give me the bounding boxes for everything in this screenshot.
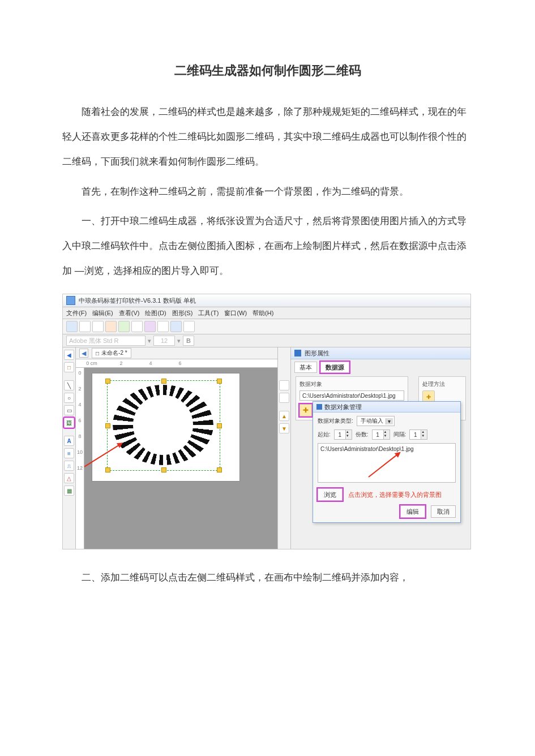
tab-datasource[interactable]: 数据源 [320,362,349,373]
tab-basic[interactable]: 基本 [294,362,317,373]
toolbar-button-2[interactable] [79,321,91,332]
dialog-body: 数据对象类型: 手动输入 ▾ 起始: 1 ▲▼ [313,413,460,486]
type-dropdown[interactable]: 手动输入 ▾ [357,416,395,426]
handle-tm[interactable] [161,379,166,384]
handle-tr[interactable] [217,379,222,384]
ruler-v-10: 10 [77,449,83,455]
bold-button[interactable]: B [183,336,194,346]
chevron-down-icon: ▾ [177,337,181,345]
count-label: 份数: [356,431,369,439]
panel-tabs: 基本 数据源 [291,359,470,373]
dialog-title: 数据对象管理 [324,403,362,411]
doc-tab-row: ◀ □ 未命名-2 * [76,347,277,359]
tool-pointer[interactable]: ◀ [64,350,74,360]
toolbar-button-7[interactable] [144,321,156,332]
font-name-input[interactable]: Adobe 黑体 Std R [66,336,145,346]
count-value: 1 [373,430,383,439]
menu-file[interactable]: 文件(F) [66,309,87,317]
dialog-titlebar[interactable]: 数据对象管理 [313,402,460,413]
app-screenshot: 中琅条码标签打印软件-V6.3.1 数码版 单机 文件(F) 编辑(E) 查看(… [62,294,471,549]
dialog-footer: 浏览 点击浏览，选择需要导入的背景图 [313,486,460,505]
handle-br[interactable] [217,467,222,472]
step-label: 间隔: [393,431,406,439]
toolbar-button-9[interactable] [170,321,182,332]
canvas-inner: 0 2 4 6 8 10 12 [76,368,277,549]
tool-rect[interactable]: ▭ [64,405,74,415]
mid-tool-up[interactable]: ▲ [279,411,289,421]
tool-triangle[interactable]: △ [64,473,74,483]
start-stepper[interactable]: 1 ▲▼ [334,429,352,440]
tool-image-insert[interactable]: 🖼 [64,418,74,428]
browse-button[interactable]: 浏览 [318,488,343,501]
tool-table[interactable]: ▦ [64,486,74,496]
panel-icon [294,350,301,356]
menu-help[interactable]: 帮助(H) [252,309,273,317]
tool-select[interactable]: □ [64,362,74,372]
doc-title: 二维码生成器如何制作圆形二维码 [62,62,473,79]
tool-barcode[interactable]: ⎍ [64,461,74,471]
ruler-h-6: 6 [173,360,187,366]
ruler-h-2: 2 [114,360,128,366]
panel-body: 数据对象 C:\Users\Administrator\Desktop\1.jp… [291,373,470,549]
document-tab[interactable]: □ 未命名-2 * [92,348,131,358]
app-icon [66,296,75,305]
tool-text[interactable]: A [64,436,74,446]
ruler-h-0: 0 cm [85,360,99,366]
chevron-down-icon: ▾ [386,418,393,424]
step-stepper[interactable]: 1 ▲▼ [409,429,427,440]
toolbar-button-3[interactable] [92,321,104,332]
doc-tab-square-icon: □ [96,350,99,356]
start-value: 1 [335,430,345,439]
toolbar-button-5[interactable] [118,321,130,332]
menu-draw[interactable]: 绘图(D) [145,309,166,317]
app-main: ◀ □ ╲ ○ ▭ 🖼 A ≡ ⎍ △ ▦ ◀ □ [63,347,470,549]
step-value: 1 [410,430,421,439]
tool-circle[interactable]: ○ [64,393,74,403]
tool-list[interactable]: ≡ [64,448,74,458]
count-stepper[interactable]: 1 ▲▼ [372,429,390,440]
panel-title-text: 图形属性 [305,349,329,358]
handle-bm[interactable] [161,467,166,472]
handle-ml[interactable] [105,423,110,428]
process-label: 处理方法 [422,380,462,388]
type-label: 数据对象类型: [318,417,353,425]
toolbar-button-6[interactable] [131,321,143,332]
toolbar-button-1[interactable] [66,321,78,332]
menu-tool[interactable]: 工具(T) [198,309,219,317]
data-object-label: 数据对象 [299,380,404,388]
canvas-area: ◀ □ 未命名-2 * 0 cm 2 4 6 0 2 4 [76,347,278,549]
font-size-input[interactable]: 12 [153,336,175,346]
toolbar-button-8[interactable] [157,321,169,332]
menu-window[interactable]: 窗口(W) [224,309,247,317]
mid-tool-2[interactable] [279,393,289,403]
canvas[interactable] [84,368,277,549]
handle-tl[interactable] [105,379,110,384]
tab-prev-button[interactable]: ◀ [79,349,88,358]
chevron-down-icon: ▾ [148,337,151,345]
ruler-v-0: 0 [78,370,81,376]
toolbar-button-4[interactable] [105,321,117,332]
mid-tool-1[interactable] [279,380,289,390]
tool-line[interactable]: ╲ [64,380,74,390]
handle-bl[interactable] [105,467,110,472]
mid-tool-down[interactable]: ▼ [279,423,289,433]
ruler-v-12: 12 [77,465,83,471]
add-data-object-button[interactable]: ✚ [299,404,312,416]
app-titlebar: 中琅条码标签打印软件-V6.3.1 数码版 单机 [63,294,470,307]
selection-box[interactable] [107,380,220,471]
type-value: 手动输入 [358,417,386,425]
start-label: 起始: [318,431,331,439]
ruler-h-4: 4 [144,360,157,366]
toolbar-button-10[interactable] [183,321,195,332]
menubar: 文件(F) 编辑(E) 查看(V) 绘图(D) 图形(S) 工具(T) 窗口(W… [63,307,470,319]
document-page: 二维码生成器如何制作圆形二维码 随着社会的发展，二维码的样式也是越来越多，除了那… [0,0,535,629]
paragraph-1: 随着社会的发展，二维码的样式也是越来越多，除了那种规规矩矩的二维码样式，现在的年… [62,100,473,175]
menu-edit[interactable]: 编辑(E) [92,309,113,317]
edit-button[interactable]: 编辑 [400,505,425,518]
cancel-button[interactable]: 取消 [431,505,456,518]
handle-mr[interactable] [217,423,222,428]
font-row: Adobe 黑体 Std R ▾ 12 ▾ B [63,334,470,347]
menu-view[interactable]: 查看(V) [119,309,140,317]
data-object-path[interactable]: C:\Users\Administrator\Desktop\1.jpg [299,390,404,401]
menu-shape[interactable]: 图形(S) [172,309,193,317]
